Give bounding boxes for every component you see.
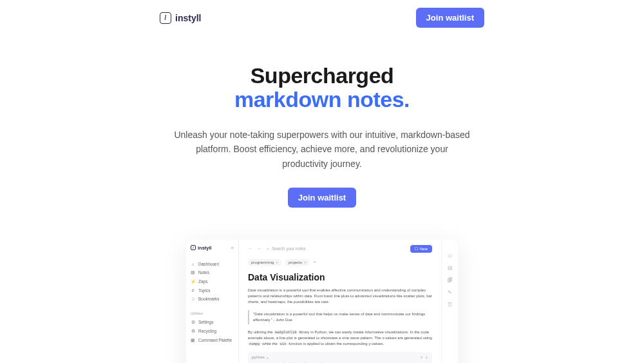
tag-remove-icon[interactable]: ×: [276, 260, 278, 264]
sidebar-item-label: Bookmarks: [198, 297, 220, 301]
notes-icon: ▤: [191, 270, 195, 275]
sidebar-item-label: Dashboard: [198, 262, 219, 266]
code-language-selector[interactable]: python ⌄: [252, 355, 269, 359]
sidebar-item-label: Notes: [198, 270, 209, 275]
paragraph[interactable]: Data visualization is a powerful tool th…: [248, 288, 432, 305]
preview-topbar: ← → ⌕ Search your notes ☐ New: [248, 245, 432, 253]
search-icon: ⌕: [267, 246, 269, 251]
sidebar-item-command-palette[interactable]: ▦ Command Palette: [191, 336, 234, 345]
home-icon: ⌂: [191, 262, 195, 266]
new-icon: ☐: [415, 246, 418, 251]
sidebar-item-settings[interactable]: ⚙ Settings: [191, 318, 234, 327]
hero-title: Supercharged markdown notes.: [13, 64, 631, 112]
sidebar-item-zaps[interactable]: ⚡ Zaps: [191, 277, 234, 286]
hero-title-line2: markdown notes.: [234, 87, 410, 112]
preview-brand: instyll: [198, 245, 212, 251]
nav-back-icon[interactable]: ←: [248, 246, 253, 251]
text: while the: [261, 342, 279, 346]
text: By utilizing the: [248, 330, 274, 334]
new-note-button[interactable]: ☐ New: [410, 245, 432, 253]
tag-label: programming: [251, 260, 274, 264]
join-waitlist-button[interactable]: Join waitlist: [416, 8, 484, 28]
new-label: New: [420, 247, 428, 251]
search-input[interactable]: ⌕ Search your notes: [267, 246, 405, 251]
tag-programming[interactable]: programming ×: [248, 259, 281, 266]
palette-icon: ▦: [191, 338, 195, 343]
inline-code: numpy: [248, 342, 261, 346]
text: function is applied to obtain the corres…: [288, 342, 384, 346]
inline-code: sin: [279, 342, 288, 346]
sidebar-item-recycling[interactable]: ♻ Recycling: [191, 327, 234, 336]
hero-title-line1: Supercharged: [251, 63, 394, 88]
brand-name: instyll: [175, 13, 201, 23]
chevron-down-icon: ⌄: [267, 355, 269, 359]
sidebar-item-label: Settings: [198, 320, 214, 324]
sidebar-item-topics[interactable]: # Topics: [191, 286, 234, 295]
blockquote[interactable]: "Data visualization is a powerful tool t…: [248, 310, 432, 324]
tag-label: projects: [289, 260, 302, 264]
hash-icon: #: [191, 288, 195, 293]
add-tag-button[interactable]: +: [313, 259, 316, 265]
rail-icon[interactable]: ☰: [448, 302, 452, 308]
code-download-icon[interactable]: ⤓: [425, 355, 428, 359]
preview-sidebar: / instyll « ⌂ Dashboard ▤ Notes ⚡ Zaps #…: [186, 240, 239, 363]
document-title[interactable]: Data Visualization: [248, 272, 432, 282]
code-language-label: python: [252, 355, 265, 359]
preview-main: ← → ⌕ Search your notes ☐ New programmin…: [239, 240, 458, 363]
app-preview: / instyll « ⌂ Dashboard ▤ Notes ⚡ Zaps #…: [186, 240, 458, 363]
rail-icon[interactable]: 🗐: [448, 277, 453, 283]
recycle-icon: ♻: [191, 329, 195, 334]
sidebar-item-label: Recycling: [198, 329, 216, 333]
sidebar-item-label: Command Palette: [198, 338, 232, 342]
tag-row: programming × projects × +: [248, 259, 432, 266]
brand-logo[interactable]: / instyll: [160, 12, 201, 24]
sidebar-item-dashboard[interactable]: ⌂ Dashboard: [191, 260, 234, 268]
site-header: / instyll Join waitlist: [0, 0, 644, 35]
hero-subtitle: Unleash your note-taking superpowers wit…: [174, 128, 470, 171]
search-placeholder: Search your notes: [272, 246, 306, 251]
hero-join-waitlist-button[interactable]: Join waitlist: [288, 188, 356, 208]
rail-icon[interactable]: ▤: [448, 265, 453, 271]
rail-icon[interactable]: ✎: [448, 289, 452, 295]
hero-section: Supercharged markdown notes. Unleash you…: [0, 35, 644, 227]
nav-forward-icon[interactable]: →: [256, 246, 261, 251]
sidebar-item-bookmarks[interactable]: ⁝⁝ Bookmarks: [191, 295, 234, 304]
code-block[interactable]: python ⌄ ⊙ ⤓ 1import matplotlib.pyplot a…: [248, 352, 432, 363]
paragraph[interactable]: By utilizing the matplotlib library in P…: [248, 329, 432, 347]
preview-logo[interactable]: / instyll: [191, 245, 212, 251]
rail-icon[interactable]: ▭: [448, 253, 453, 259]
sidebar-item-label: Zaps: [198, 279, 207, 284]
preview-logo-icon: /: [191, 245, 196, 250]
sidebar-item-notes[interactable]: ▤ Notes: [191, 268, 234, 277]
utilities-heading: Utilities: [191, 311, 234, 315]
tag-projects[interactable]: projects ×: [285, 259, 310, 266]
code-copy-icon[interactable]: ⊙: [421, 355, 422, 359]
inline-code: matplotlib: [274, 330, 298, 334]
sidebar-item-label: Topics: [198, 288, 210, 293]
tag-remove-icon[interactable]: ×: [304, 260, 307, 264]
zap-icon: ⚡: [191, 279, 195, 284]
logo-icon: /: [160, 12, 171, 24]
collapse-sidebar-icon[interactable]: «: [231, 245, 234, 251]
gear-icon: ⚙: [191, 320, 195, 325]
right-icon-rail: ▭ ▤ 🗐 ✎ ☰ ⊞: [441, 240, 458, 363]
bookmark-icon: ⁝⁝: [191, 297, 195, 302]
